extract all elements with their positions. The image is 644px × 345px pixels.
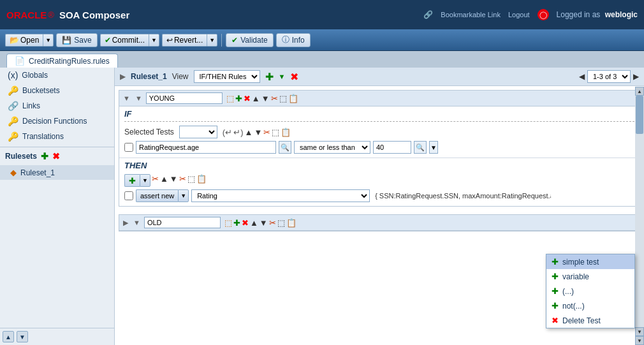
- sidebar-item-translations[interactable]: 🔑 Translations: [0, 129, 114, 144]
- open-button[interactable]: 📂 Open: [5, 34, 43, 47]
- tab-creditratingrules[interactable]: 📄 CreditRatingRules.rules: [6, 54, 118, 68]
- tests-copy-btn[interactable]: ⬚: [272, 128, 279, 137]
- tests-controls: (↵ ↵) ▲ ▼ ✂ ⬚ 📋: [223, 128, 291, 137]
- add-rule-btn[interactable]: ✚: [265, 71, 274, 83]
- if-label: IF: [124, 109, 634, 119]
- then-add-arrow-btn[interactable]: ▼: [140, 174, 150, 187]
- rule-young-cut-btn[interactable]: ✂: [271, 94, 278, 103]
- tests-cut-btn[interactable]: ✂: [263, 128, 270, 137]
- revert-split-btn[interactable]: ↩ Revert... ▼: [162, 34, 217, 47]
- tests-up-btn[interactable]: ▲: [245, 128, 253, 137]
- then-action-checkbox[interactable]: [124, 191, 133, 200]
- rule-young-collapse[interactable]: ▼: [123, 94, 130, 102]
- rule-old-copy-btn[interactable]: ⬚: [224, 218, 232, 228]
- scroll-thumb[interactable]: [636, 96, 643, 134]
- menu-item-paren[interactable]: ✚ (...): [546, 284, 634, 298]
- add-rule-split-btn[interactable]: ▼: [279, 73, 286, 80]
- view-select[interactable]: IF/THEN Rules: [194, 70, 260, 83]
- then-cut-btn[interactable]: ✂: [152, 174, 159, 187]
- sidebar-item-decision-functions[interactable]: 🔑 Decision Functions: [0, 114, 114, 129]
- logout-link[interactable]: Logout: [508, 11, 530, 18]
- rule-old-up-btn[interactable]: ▲: [250, 218, 258, 228]
- then-down-btn[interactable]: ▼: [170, 174, 178, 187]
- nav-up-btn[interactable]: ▲: [3, 331, 14, 342]
- pager-prev-btn[interactable]: ◀: [579, 72, 585, 81]
- assert-button[interactable]: assert new: [136, 189, 178, 202]
- rule-old-paste-btn[interactable]: 📋: [286, 218, 296, 228]
- tests-down-btn[interactable]: ▼: [254, 128, 262, 137]
- remove-ruleset-btn[interactable]: ✖: [52, 151, 60, 161]
- assert-split-btn[interactable]: assert new ▼: [136, 189, 189, 202]
- scroll-down2-btn[interactable]: ▼: [635, 336, 644, 345]
- menu-item-delete-test[interactable]: ✖ Delete Test: [546, 313, 634, 328]
- open-split-btn[interactable]: 📂 Open ▼: [5, 34, 54, 47]
- pager-select[interactable]: 1-3 of 3: [587, 70, 631, 83]
- rule-young-copy-btn[interactable]: ⬚: [226, 94, 234, 103]
- then-up-btn[interactable]: ▲: [160, 174, 168, 187]
- save-button[interactable]: 💾 Save: [56, 33, 97, 47]
- assert-arrow-btn[interactable]: ▼: [178, 189, 189, 202]
- validate-button[interactable]: ✔ Validate: [226, 33, 273, 47]
- ruleset-item[interactable]: ◆ Ruleset_1: [0, 165, 114, 180]
- rule-young-add-btn[interactable]: ✚: [235, 94, 242, 103]
- info-button[interactable]: ⓘ Info: [276, 33, 311, 47]
- tests-paren-open[interactable]: (↵: [223, 128, 232, 137]
- tests-paren-close[interactable]: ↵): [233, 128, 243, 137]
- condition-value-input[interactable]: [373, 141, 411, 154]
- then-cut2-btn[interactable]: ✂: [179, 174, 186, 187]
- rule-young-name-input[interactable]: [146, 92, 223, 104]
- content-scrollbar[interactable]: ▲ ▼ ▼: [635, 87, 644, 345]
- condition-value-search-btn[interactable]: 🔍: [414, 141, 427, 154]
- then-paste-btn[interactable]: 📋: [196, 174, 207, 187]
- condition-field-input[interactable]: [136, 141, 276, 154]
- rule-young-paste-btn[interactable]: 📋: [288, 94, 298, 103]
- links-icon: 🔗: [8, 101, 18, 111]
- scroll-up-btn[interactable]: ▲: [635, 87, 644, 96]
- sidebar: (x) Globals 🔑 Bucketsets 🔗 Links 🔑 Decis…: [0, 68, 115, 345]
- rule-old-down-btn[interactable]: ▼: [260, 218, 268, 228]
- menu-item-simple-test[interactable]: ✚ simple test: [546, 254, 634, 269]
- then-field-select[interactable]: Rating: [191, 189, 370, 202]
- sidebar-item-links[interactable]: 🔗 Links: [0, 98, 114, 114]
- rule-young-copy2-btn[interactable]: ⬚: [279, 94, 287, 103]
- sidebar-item-bucketsets[interactable]: 🔑 Bucketsets: [0, 83, 114, 98]
- revert-arrow[interactable]: ▼: [207, 34, 217, 47]
- condition-expand-btn[interactable]: ▼: [429, 141, 438, 154]
- rule-old-copy2-btn[interactable]: ⬚: [277, 218, 285, 228]
- condition-op-select[interactable]: same or less than: [294, 141, 370, 154]
- pager-next-btn[interactable]: ▶: [633, 72, 639, 81]
- nav-down-btn[interactable]: ▼: [17, 331, 28, 342]
- rule-old-expand-btn[interactable]: ▶: [123, 219, 128, 227]
- rule-young-expand[interactable]: ▼: [135, 94, 142, 102]
- then-add-btn[interactable]: ✚: [124, 174, 140, 187]
- rule-old-del-btn[interactable]: ✖: [242, 218, 249, 228]
- commit-arrow[interactable]: ▼: [149, 34, 159, 47]
- content-area: ▶ Ruleset_1 View IF/THEN Rules ✚ ▼ ✖ ◀ 1…: [115, 68, 644, 345]
- scroll-down-btn[interactable]: ▼: [635, 327, 644, 336]
- rule-young-down-btn[interactable]: ▼: [261, 94, 270, 103]
- tests-select[interactable]: [179, 126, 217, 138]
- condition-checkbox[interactable]: [124, 143, 133, 152]
- rule-old-name-input[interactable]: [144, 217, 221, 228]
- collapse-arrow[interactable]: ▶: [120, 72, 126, 81]
- rule-old-expand2-btn[interactable]: ▼: [133, 219, 140, 226]
- rule-young-del-btn[interactable]: ✖: [244, 94, 251, 103]
- condition-field-search-btn[interactable]: 🔍: [279, 141, 291, 154]
- rule-old-add-btn[interactable]: ✚: [233, 218, 240, 228]
- commit-button[interactable]: ✔ Commit...: [100, 34, 149, 47]
- open-arrow[interactable]: ▼: [43, 34, 54, 47]
- rule-young-up-btn[interactable]: ▲: [252, 94, 260, 103]
- rule-old-cut-btn[interactable]: ✂: [269, 218, 276, 228]
- sidebar-item-globals[interactable]: (x) Globals: [0, 68, 114, 83]
- revert-button[interactable]: ↩ Revert...: [162, 34, 207, 47]
- bookmarkable-link[interactable]: Bookmarkable Link: [441, 11, 501, 18]
- bucketsets-icon: 🔑: [8, 85, 18, 96]
- menu-item-variable[interactable]: ✚ variable: [546, 269, 634, 284]
- add-ruleset-btn[interactable]: ✚: [41, 151, 48, 161]
- commit-split-btn[interactable]: ✔ Commit... ▼: [100, 34, 159, 47]
- tests-paste-btn[interactable]: 📋: [281, 128, 291, 137]
- menu-item-not-paren[interactable]: ✚ not(...): [546, 298, 634, 313]
- then-add-split-btn[interactable]: ✚ ▼: [124, 174, 150, 187]
- then-copy-btn[interactable]: ⬚: [187, 174, 195, 187]
- delete-rule-btn[interactable]: ✖: [290, 71, 298, 83]
